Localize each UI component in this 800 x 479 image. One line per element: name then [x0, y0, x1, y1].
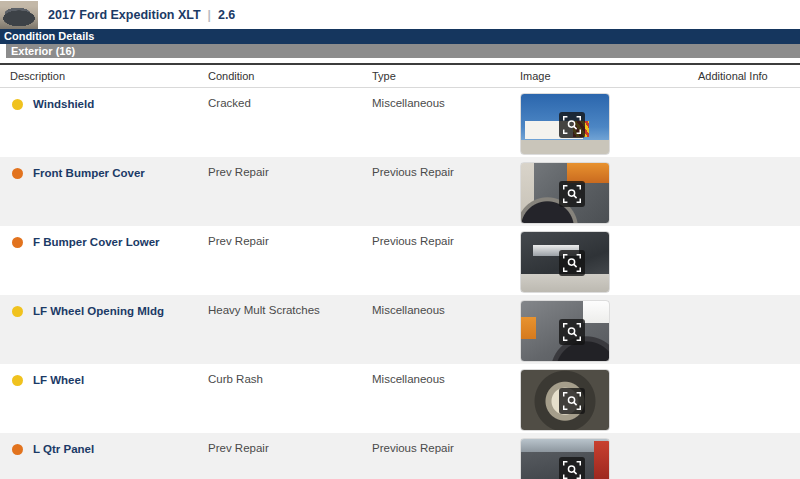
severity-dot	[12, 375, 23, 386]
type-value: Previous Repair	[372, 226, 520, 247]
table-row: LF Wheel Curb Rash Miscellaneous	[0, 364, 800, 433]
magnifier-icon[interactable]	[559, 181, 585, 207]
condition-table: Description Condition Type Image Additio…	[0, 63, 800, 479]
condition-value: Heavy Mult Scratches	[208, 295, 372, 316]
table-row: Windshield Cracked Miscellaneous	[0, 88, 800, 157]
condition-photo-thumbnail[interactable]	[520, 300, 610, 362]
table-row: LF Wheel Opening Mldg Heavy Mult Scratch…	[0, 295, 800, 364]
additional-info-value	[698, 295, 800, 304]
additional-info-value	[698, 157, 800, 166]
vehicle-title: 2017 Ford Expedition XLT	[48, 8, 201, 22]
condition-value: Prev Repair	[208, 433, 372, 454]
condition-value: Prev Repair	[208, 226, 372, 247]
col-header-image: Image	[520, 70, 698, 82]
condition-photo-thumbnail[interactable]	[520, 438, 610, 479]
additional-info-value	[698, 433, 800, 442]
magnifier-icon[interactable]	[559, 319, 585, 345]
condition-photo-thumbnail[interactable]	[520, 369, 610, 431]
severity-dot	[12, 168, 23, 179]
condition-value: Prev Repair	[208, 157, 372, 178]
additional-info-value	[698, 364, 800, 373]
type-value: Miscellaneous	[372, 364, 520, 385]
condition-item-link[interactable]: L Qtr Panel	[33, 443, 94, 455]
severity-dot	[12, 237, 23, 248]
condition-details-bar: Condition Details	[0, 29, 800, 44]
condition-value: Cracked	[208, 88, 372, 109]
condition-item-link[interactable]: F Bumper Cover Lower	[33, 236, 160, 248]
severity-dot	[12, 99, 23, 110]
col-header-additional-info: Additional Info	[698, 70, 800, 82]
magnifier-icon[interactable]	[559, 457, 585, 479]
col-header-description: Description	[0, 70, 208, 82]
additional-info-value	[698, 226, 800, 235]
magnifier-icon[interactable]	[559, 250, 585, 276]
type-value: Miscellaneous	[372, 295, 520, 316]
severity-dot	[12, 306, 23, 317]
condition-item-link[interactable]: Windshield	[33, 98, 94, 110]
exterior-group-bar: Exterior (16)	[6, 44, 800, 58]
condition-photo-thumbnail[interactable]	[520, 93, 610, 155]
type-value: Previous Repair	[372, 433, 520, 454]
type-value: Previous Repair	[372, 157, 520, 178]
magnifier-icon[interactable]	[559, 112, 585, 138]
table-row: Front Bumper Cover Prev Repair Previous …	[0, 157, 800, 226]
vehicle-photo-thumbnail[interactable]	[0, 1, 38, 29]
condition-photo-thumbnail[interactable]	[520, 162, 610, 224]
condition-item-link[interactable]: LF Wheel Opening Mldg	[33, 305, 164, 317]
magnifier-icon[interactable]	[559, 388, 585, 414]
table-row: L Qtr Panel Prev Repair Previous Repair	[0, 433, 800, 479]
condition-value: Curb Rash	[208, 364, 372, 385]
vehicle-header-bar: 2017 Ford Expedition XLT | 2.6	[0, 0, 800, 29]
condition-item-link[interactable]: Front Bumper Cover	[33, 167, 145, 179]
table-row: F Bumper Cover Lower Prev Repair Previou…	[0, 226, 800, 295]
col-header-type: Type	[372, 70, 520, 82]
type-value: Miscellaneous	[372, 88, 520, 109]
col-header-condition: Condition	[208, 70, 372, 82]
table-header-row: Description Condition Type Image Additio…	[0, 65, 800, 88]
additional-info-value	[698, 88, 800, 97]
severity-dot	[12, 444, 23, 455]
condition-item-link[interactable]: LF Wheel	[33, 374, 84, 386]
vehicle-grade: 2.6	[218, 8, 235, 22]
condition-photo-thumbnail[interactable]	[520, 231, 610, 293]
title-separator: |	[208, 8, 211, 22]
